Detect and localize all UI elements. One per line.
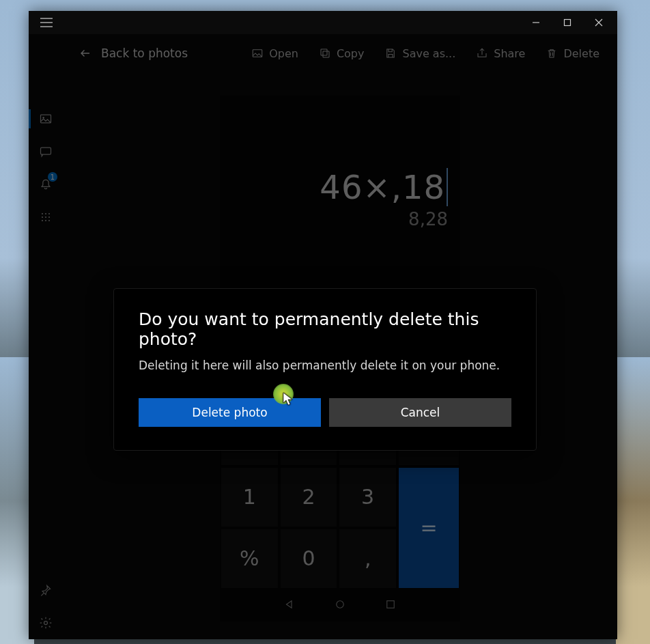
- cancel-button[interactable]: Cancel: [329, 398, 511, 427]
- maximize-icon: [563, 18, 571, 27]
- desktop-wallpaper-right: [616, 357, 650, 644]
- hamburger-menu-button[interactable]: [31, 11, 61, 34]
- delete-photo-button[interactable]: Delete photo: [139, 398, 321, 427]
- app-body: 1 Back to photos: [29, 34, 617, 639]
- close-button[interactable]: [583, 11, 614, 34]
- hamburger-icon: [40, 18, 53, 27]
- minimize-icon: [532, 18, 540, 27]
- svg-rect-0: [565, 20, 571, 26]
- titlebar: [29, 11, 617, 34]
- window-controls: [520, 11, 614, 34]
- dialog-buttons: Delete photo Cancel: [139, 398, 511, 427]
- maximize-button[interactable]: [552, 11, 583, 34]
- dialog-title: Do you want to permanently delete this p…: [139, 309, 511, 349]
- dialog-message: Deleting it here will also permanently d…: [139, 359, 511, 372]
- app-window: 1 Back to photos: [29, 11, 617, 639]
- close-icon: [595, 18, 603, 27]
- delete-confirmation-dialog: Do you want to permanently delete this p…: [113, 288, 537, 451]
- minimize-button[interactable]: [520, 11, 552, 34]
